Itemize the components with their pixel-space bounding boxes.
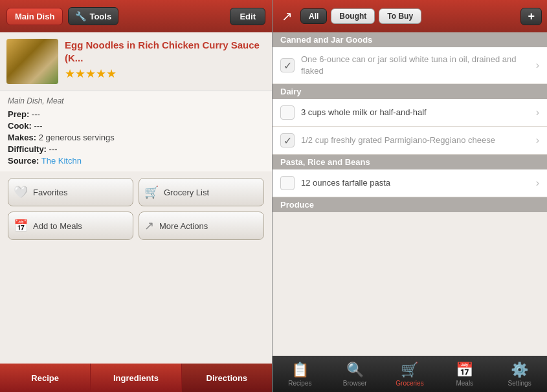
recipe-meta: Main Dish, Meat Prep: --- Cook: --- Make… <box>0 91 272 171</box>
left-bottom-tabs: Recipe Ingredients Directions <box>0 364 272 392</box>
recipe-title: Egg Noodles in Rich Chicken Curry Sauce … <box>65 39 265 64</box>
prep-row: Prep: --- <box>8 109 264 119</box>
filter-bought-button[interactable]: Bought <box>331 8 375 24</box>
makes-row: Makes: 2 generous servings <box>8 133 264 142</box>
nav-settings[interactable]: ⚙️ Settings <box>492 359 547 389</box>
nav-meals-label: Meals <box>456 380 473 387</box>
difficulty-row: Difficulty: --- <box>8 144 264 154</box>
meals-icon: 📅 <box>456 362 473 378</box>
recipe-image <box>6 39 58 84</box>
browser-icon: 🔍 <box>346 362 364 378</box>
section-pasta: Pasta, Rice and Beans <box>273 155 547 169</box>
grocery-list: Canned and Jar Goods ✓ One 6-ounce can o… <box>273 32 547 356</box>
groceries-icon: 🛒 <box>401 362 418 378</box>
checkbox-unchecked[interactable] <box>280 176 295 190</box>
share-icon: ↗ <box>144 219 154 233</box>
filter-tobuy-button[interactable]: To Buy <box>379 8 421 24</box>
checkmark-icon: ✓ <box>284 135 292 147</box>
cart-icon: 🛒 <box>144 185 159 199</box>
wrench-icon <box>75 11 86 21</box>
item-text: 3 cups whole milk or half-and-half <box>301 107 530 118</box>
filter-all-button[interactable]: All <box>300 8 327 24</box>
nav-browser[interactable]: 🔍 Browser <box>328 359 383 389</box>
nav-groceries-label: Groceries <box>396 380 423 387</box>
bottom-nav: 📋 Recipes 🔍 Browser 🛒 Groceries 📅 Meals … <box>273 356 547 392</box>
recipe-info: Egg Noodles in Rich Chicken Curry Sauce … <box>0 32 272 91</box>
recipe-title-block: Egg Noodles in Rich Chicken Curry Sauce … <box>65 39 265 81</box>
list-item[interactable]: 3 cups whole milk or half-and-half › <box>273 99 547 127</box>
item-text: One 6-ounce can or jar solid white tuna … <box>301 54 530 77</box>
add-to-meals-button[interactable]: 📅 Add to Meals <box>8 212 133 240</box>
right-panel: ↗ All Bought To Buy + Canned and Jar Goo… <box>272 0 547 392</box>
nav-recipes[interactable]: 📋 Recipes <box>273 359 328 389</box>
calendar-icon: 📅 <box>14 219 28 233</box>
add-item-button[interactable]: + <box>520 8 542 25</box>
nav-groceries[interactable]: 🛒 Groceries <box>383 359 438 389</box>
tab-directions[interactable]: Directions <box>182 364 272 392</box>
list-item[interactable]: ✓ One 6-ounce can or jar solid white tun… <box>273 47 547 84</box>
nav-recipes-label: Recipes <box>288 380 311 387</box>
recipe-thumbnail <box>6 39 58 84</box>
recipe-category: Main Dish, Meat <box>8 96 264 105</box>
chevron-right-icon: › <box>536 177 539 189</box>
nav-browser-label: Browser <box>343 380 367 387</box>
left-panel: Main Dish Tools Edit Egg Noodles in Rich… <box>0 0 272 392</box>
nav-meals[interactable]: 📅 Meals <box>437 359 492 389</box>
heart-icon: 🤍 <box>14 185 28 199</box>
main-dish-button[interactable]: Main Dish <box>6 8 63 25</box>
tools-button[interactable]: Tools <box>68 7 118 25</box>
section-dairy: Dairy <box>273 84 547 99</box>
tab-ingredients[interactable]: Ingredients <box>91 364 181 392</box>
item-text: 1/2 cup freshly grated Parmigiano-Reggia… <box>301 135 530 146</box>
section-produce: Produce <box>273 197 547 212</box>
settings-icon: ⚙️ <box>511 362 528 378</box>
action-buttons: 🤍 Favorites 🛒 Grocery List 📅 Add to Meal… <box>0 171 272 246</box>
checkbox-unchecked[interactable] <box>280 105 295 120</box>
share-button[interactable]: ↗ <box>278 7 296 25</box>
tab-recipe[interactable]: Recipe <box>0 364 91 392</box>
recipe-stars: ★★★★★ <box>65 67 265 81</box>
item-text: 12 ounces farfalle pasta <box>301 177 530 189</box>
more-actions-button[interactable]: ↗ More Actions <box>139 212 264 240</box>
checkmark-icon: ✓ <box>284 60 292 72</box>
chevron-right-icon: › <box>536 107 539 118</box>
section-canned: Canned and Jar Goods <box>273 32 547 47</box>
checkbox-checked[interactable]: ✓ <box>280 133 295 147</box>
source-row: Source: The Kitchn <box>8 156 264 166</box>
cook-row: Cook: --- <box>8 121 264 131</box>
right-header: ↗ All Bought To Buy + <box>273 0 547 32</box>
chevron-right-icon: › <box>536 135 539 146</box>
favorites-button[interactable]: 🤍 Favorites <box>8 178 133 206</box>
chevron-right-icon: › <box>536 60 539 71</box>
left-header: Main Dish Tools Edit <box>0 0 272 32</box>
list-item[interactable]: ✓ 1/2 cup freshly grated Parmigiano-Regg… <box>273 127 547 155</box>
nav-settings-label: Settings <box>508 380 531 387</box>
edit-button[interactable]: Edit <box>230 8 265 25</box>
list-item[interactable]: 12 ounces farfalle pasta › <box>273 169 547 197</box>
recipes-icon: 📋 <box>291 362 309 378</box>
source-link[interactable]: The Kitchn <box>41 156 82 166</box>
grocery-list-button[interactable]: 🛒 Grocery List <box>139 178 264 206</box>
checkbox-checked[interactable]: ✓ <box>280 58 295 72</box>
